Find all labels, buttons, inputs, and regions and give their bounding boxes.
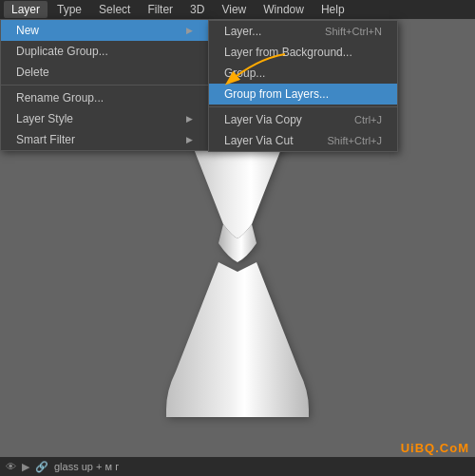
duplicate-group-item[interactable]: Duplicate Group... xyxy=(1,41,208,62)
menu-help[interactable]: Help xyxy=(314,1,352,18)
eye-icon: 👁 xyxy=(6,461,16,472)
new-menu-item-container: New Layer... Shift+Ctrl+N Layer from Bac… xyxy=(1,20,208,41)
rename-group-item[interactable]: Rename Group... xyxy=(1,87,208,108)
menu-bar: Layer Type Select Filter 3D View Window … xyxy=(0,0,475,19)
submenu-layer-via-cut[interactable]: Layer Via Cut Shift+Ctrl+J xyxy=(209,130,397,151)
layer-style-item[interactable]: Layer Style xyxy=(1,108,208,129)
layer-label: glass up + м г xyxy=(54,461,469,472)
arrow-svg xyxy=(218,49,294,106)
menu-separator-1 xyxy=(1,85,208,86)
chain-icon: 🔗 xyxy=(35,461,48,473)
submenu-layer[interactable]: Layer... Shift+Ctrl+N xyxy=(209,21,397,42)
menu-type[interactable]: Type xyxy=(49,1,89,18)
menu-3d[interactable]: 3D xyxy=(182,1,212,18)
menu-select[interactable]: Select xyxy=(91,1,138,18)
arrow-annotation xyxy=(218,49,294,109)
uibo-watermark: UiBQ.CoM xyxy=(401,441,469,455)
menu-view[interactable]: View xyxy=(214,1,254,18)
status-bar: 👁 ▶ 🔗 glass up + м г xyxy=(0,457,475,476)
new-menu-item[interactable]: New xyxy=(1,20,208,41)
play-icon[interactable]: ▶ xyxy=(22,461,29,473)
delete-item[interactable]: Delete xyxy=(1,62,208,83)
submenu-layer-via-copy[interactable]: Layer Via Copy Ctrl+J xyxy=(209,109,397,130)
menu-window[interactable]: Window xyxy=(256,1,312,18)
smart-filter-item[interactable]: Smart Filter xyxy=(1,129,208,150)
menu-filter[interactable]: Filter xyxy=(140,1,180,18)
menu-layer[interactable]: Layer xyxy=(4,1,48,18)
layer-dropdown-menu: New Layer... Shift+Ctrl+N Layer from Bac… xyxy=(0,19,209,151)
new-label: New xyxy=(16,24,39,37)
